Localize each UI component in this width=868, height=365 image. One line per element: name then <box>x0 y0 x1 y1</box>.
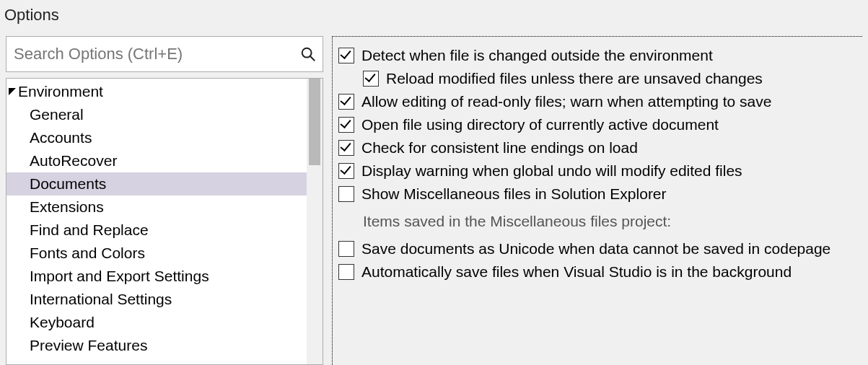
option-global-undo: Display warning when global undo will mo… <box>337 159 858 182</box>
settings-panel: Detect when file is changed outside the … <box>332 36 862 365</box>
checkbox-show-misc[interactable] <box>338 186 354 202</box>
checkbox-reload-modified[interactable] <box>363 71 379 87</box>
tree-item-keyboard[interactable]: Keyboard <box>6 311 323 334</box>
scrollbar-thumb[interactable] <box>309 79 320 165</box>
tree-item-extensions[interactable]: Extensions <box>6 195 323 219</box>
tree-item-general[interactable]: General <box>6 103 323 126</box>
search-input[interactable] <box>6 36 323 72</box>
checkbox-global-undo[interactable] <box>338 163 354 179</box>
option-reload-modified: Reload modified files unless there are u… <box>337 67 858 90</box>
checkbox-save-unicode[interactable] <box>338 241 354 257</box>
tree-item-label: Extensions <box>30 198 104 215</box>
tree-item-label: AutoRecover <box>30 152 117 169</box>
option-auto-save-bg: Automatically save files when Visual Stu… <box>337 260 858 283</box>
tree-item-label: Accounts <box>30 129 92 146</box>
checkbox-line-endings[interactable] <box>338 140 354 156</box>
option-label: Display warning when global undo will mo… <box>361 162 742 180</box>
dialog-content: Environment General Accounts AutoRecover… <box>0 36 868 365</box>
option-detect-changed: Detect when file is changed outside the … <box>337 44 858 67</box>
tree-item-label: Documents <box>30 175 106 192</box>
option-allow-readonly: Allow editing of read-only files; warn w… <box>337 90 858 113</box>
nav-tree[interactable]: Environment General Accounts AutoRecover… <box>6 79 323 364</box>
dialog-title: Options <box>0 0 868 36</box>
option-label: Check for consistent line endings on loa… <box>361 139 638 157</box>
tree-item-international[interactable]: International Settings <box>6 288 323 311</box>
caret-down-icon <box>6 88 18 95</box>
tree-item-documents[interactable]: Documents <box>6 172 323 195</box>
tree-node-label: Environment <box>18 83 103 100</box>
tree-scrollbar[interactable] <box>307 79 323 364</box>
tree-item-label: General <box>30 106 84 123</box>
option-open-using-dir: Open file using directory of currently a… <box>337 113 858 136</box>
misc-files-sublabel: Items saved in the Miscellaneous files p… <box>337 206 858 237</box>
tree-container: Environment General Accounts AutoRecover… <box>6 78 323 365</box>
option-label: Reload modified files unless there are u… <box>386 70 763 87</box>
checkbox-open-using-dir[interactable] <box>338 117 354 133</box>
checkbox-allow-readonly[interactable] <box>338 94 354 110</box>
option-save-unicode: Save documents as Unicode when data cann… <box>337 237 858 260</box>
tree-item-autorecover[interactable]: AutoRecover <box>6 149 323 172</box>
tree-item-label: International Settings <box>30 291 172 307</box>
tree-item-find-replace[interactable]: Find and Replace <box>6 219 323 242</box>
option-label: Automatically save files when Visual Stu… <box>361 263 792 281</box>
options-dialog: Options Environment <box>0 0 868 365</box>
option-label: Detect when file is changed outside the … <box>361 47 713 64</box>
tree-item-label: Import and Export Settings <box>30 268 209 284</box>
option-label: Allow editing of read-only files; warn w… <box>361 93 771 110</box>
checkbox-detect-changed[interactable] <box>338 48 354 63</box>
tree-node-environment[interactable]: Environment <box>6 80 323 103</box>
tree-item-label: Fonts and Colors <box>30 245 145 261</box>
option-show-misc: Show Miscellaneous files in Solution Exp… <box>337 182 858 206</box>
search-wrap <box>6 36 323 72</box>
tree-item-accounts[interactable]: Accounts <box>6 126 323 149</box>
checkbox-auto-save-bg[interactable] <box>338 264 354 280</box>
tree-item-label: Find and Replace <box>30 221 149 238</box>
option-label: Open file using directory of currently a… <box>361 116 719 133</box>
tree-item-fonts-colors[interactable]: Fonts and Colors <box>6 242 323 265</box>
left-panel: Environment General Accounts AutoRecover… <box>6 36 323 365</box>
option-label: Show Miscellaneous files in Solution Exp… <box>361 185 667 203</box>
option-line-endings: Check for consistent line endings on loa… <box>337 136 858 159</box>
tree-item-label: Keyboard <box>30 314 95 330</box>
option-label: Save documents as Unicode when data cann… <box>361 240 830 258</box>
svg-marker-2 <box>9 88 16 95</box>
tree-item-label: Preview Features <box>30 337 147 353</box>
tree-item-import-export[interactable]: Import and Export Settings <box>6 265 323 288</box>
tree-item-preview-features[interactable]: Preview Features <box>6 334 323 357</box>
